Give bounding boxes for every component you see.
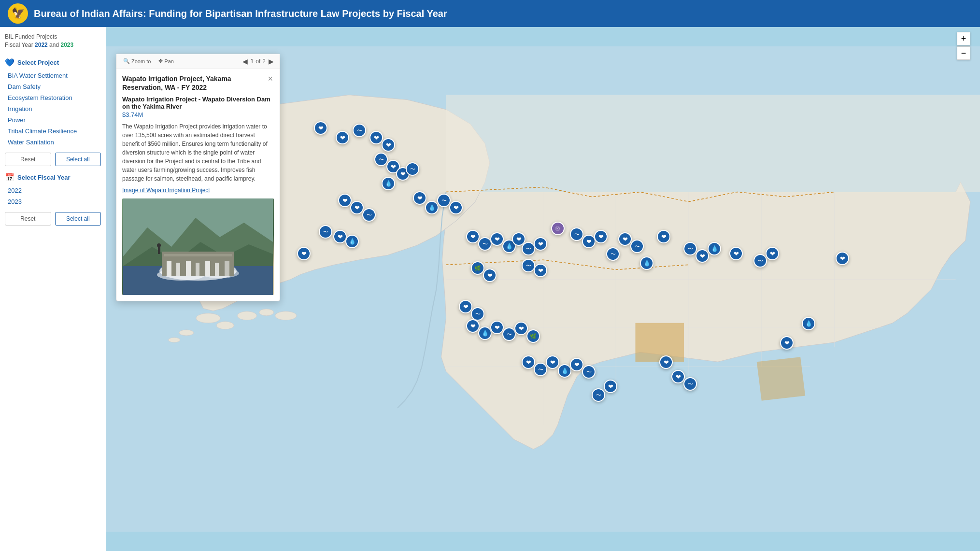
map-pin-13[interactable]: 〜 <box>362 208 376 222</box>
map-pin-1[interactable]: ❤ <box>314 121 327 135</box>
map-pin-65[interactable]: ❤ <box>766 247 779 260</box>
zoom-out-button[interactable]: − <box>957 46 970 60</box>
map-pin-6[interactable]: 〜 <box>374 153 388 166</box>
map-pin-64[interactable]: 〜 <box>753 254 767 268</box>
zoom-to-button[interactable]: 🔍 Zoom to <box>121 57 153 65</box>
filter-fy2023[interactable]: 2023 <box>5 196 101 207</box>
filter-fy2022[interactable]: 2022 <box>5 185 101 196</box>
map-pin-3[interactable]: 〜 <box>353 124 366 137</box>
map-pin-17[interactable]: ❤ <box>449 201 463 214</box>
reset-project-button[interactable]: Reset <box>5 153 51 166</box>
map-pin-41[interactable]: 〜 <box>471 307 484 321</box>
map-pin-42[interactable]: ❤ <box>466 319 480 333</box>
map-pin-34[interactable]: ❤ <box>618 232 632 246</box>
map-pin-53[interactable]: 〜 <box>582 365 596 379</box>
map-pin-11[interactable]: ❤ <box>338 194 352 207</box>
map-pin-20[interactable]: 💧 <box>345 235 359 248</box>
map-pin-49[interactable]: 〜 <box>534 363 547 376</box>
select-fiscal-year-label: Select Fiscal Year <box>17 174 71 181</box>
map-pin-47[interactable]: 🌿 <box>526 329 540 343</box>
map-pin-16[interactable]: 〜 <box>437 194 451 207</box>
select-all-fy-button[interactable]: Select all <box>55 212 101 226</box>
map-pin-33[interactable]: ❤ <box>534 264 547 277</box>
filter-power[interactable]: Power <box>5 114 101 126</box>
calendar-icon: 📅 <box>5 173 14 182</box>
map-pin-12[interactable]: ❤ <box>350 201 364 214</box>
popup-close-button[interactable]: × <box>267 74 274 83</box>
map-pin-61[interactable]: ❤ <box>696 249 709 263</box>
logo-icon: 🦅 <box>12 7 25 20</box>
filter-irrigation[interactable]: Irrigation <box>5 103 101 114</box>
map-pin-67[interactable]: 〜 <box>606 247 620 261</box>
map-pin-48[interactable]: ❤ <box>522 355 535 369</box>
svg-rect-31 <box>215 263 219 276</box>
map-pin-27[interactable]: 〜 <box>522 242 535 255</box>
map-pin-2[interactable]: ❤ <box>336 131 349 144</box>
map-pin-22[interactable]: ❤ <box>466 230 480 243</box>
map-pin-59[interactable]: ❤ <box>836 252 849 265</box>
map-pin-69[interactable]: 💧 <box>802 317 815 330</box>
map-pin-51[interactable]: 💧 <box>558 364 571 378</box>
map-pin-66[interactable]: ♾ <box>551 222 565 235</box>
map-pin-24[interactable]: ❤ <box>490 232 504 246</box>
map-pin-58[interactable]: 〜 <box>592 388 605 402</box>
reset-fy-button[interactable]: Reset <box>5 212 51 226</box>
map-pin-52[interactable]: ❤ <box>570 358 583 371</box>
map-pin-30[interactable]: ❤ <box>582 235 596 248</box>
map-pin-60[interactable]: 〜 <box>683 242 697 255</box>
map-pin-31[interactable]: ❤ <box>594 230 608 243</box>
map-pin-10[interactable]: 〜 <box>406 162 419 176</box>
map-pin-37[interactable]: 💧 <box>640 256 653 270</box>
map-pin-39[interactable]: ❤ <box>483 268 497 282</box>
map-pin-29[interactable]: 〜 <box>570 227 583 241</box>
select-all-project-button[interactable]: Select all <box>55 153 101 166</box>
popup-next-button[interactable]: ▶ <box>268 57 275 65</box>
map-pin-35[interactable]: 〜 <box>630 240 644 253</box>
map-pin-4[interactable]: ❤ <box>369 131 383 144</box>
filter-bia-water[interactable]: BIA Water Settlement <box>5 70 101 81</box>
zoom-in-button[interactable]: + <box>957 32 970 45</box>
filter-water-sanitation[interactable]: Water Sanitation <box>5 137 101 148</box>
popup-image-link[interactable]: Image of Wapato Irrigation Project <box>122 187 274 194</box>
popup-prev-button[interactable]: ◀ <box>241 57 249 65</box>
map-pin-63[interactable]: ❤ <box>729 247 743 260</box>
map-pin-45[interactable]: 〜 <box>502 327 516 341</box>
map-pin-55[interactable]: ❤ <box>671 370 685 383</box>
map-pin-43[interactable]: 💧 <box>478 326 492 340</box>
popup-nav-total: 2 <box>262 58 266 65</box>
svg-rect-30 <box>205 261 210 276</box>
map-pin-15[interactable]: 💧 <box>425 201 439 214</box>
map-pin-54[interactable]: ❤ <box>659 355 673 369</box>
map-pin-18[interactable]: 〜 <box>319 225 332 239</box>
map-pin-21[interactable]: ❤ <box>297 247 311 260</box>
map-pin-23[interactable]: 〜 <box>478 237 492 251</box>
header-title: Bureau of Indian Affairs: Funding for Bi… <box>34 8 447 19</box>
feature-popup: 🔍 Zoom to ✥ Pan ◀ 1 of 2 ▶ Wapato Irrig <box>116 54 280 301</box>
svg-rect-27 <box>176 263 180 276</box>
svg-rect-29 <box>196 263 199 276</box>
map-pin-32[interactable]: 〜 <box>522 259 535 272</box>
filter-tribal-climate[interactable]: Tribal Climate Resilience <box>5 126 101 137</box>
map-pin-14[interactable]: ❤ <box>413 191 426 205</box>
filter-ecosystem[interactable]: Ecosystem Restoration <box>5 92 101 103</box>
map-pin-19[interactable]: ❤ <box>333 230 347 243</box>
map-pin-57[interactable]: ❤ <box>604 380 617 393</box>
map-pin-50[interactable]: ❤ <box>546 355 559 369</box>
map-pin-36[interactable]: ❤ <box>657 230 670 243</box>
map-pin-68[interactable]: ❤ <box>780 336 794 350</box>
pan-button[interactable]: ✥ Pan <box>156 57 176 65</box>
map-area[interactable]: ❤ ❤ 〜 ❤ ❤ 〜 ❤ ❤ 💧 〜 ❤ <box>106 27 980 551</box>
map-pin-56[interactable]: 〜 <box>683 377 697 391</box>
map-zoom-controls: + − <box>957 32 970 60</box>
map-pin-5[interactable]: ❤ <box>382 138 395 152</box>
fiscal-year-filter-list: 2022 2023 <box>5 185 101 207</box>
map-pin-28[interactable]: ❤ <box>534 237 547 251</box>
map-pin-9[interactable]: 💧 <box>382 177 395 190</box>
map-pin-40[interactable]: ❤ <box>459 300 472 313</box>
map-pin-38[interactable]: 🌿 <box>471 261 484 275</box>
filter-dam-safety[interactable]: Dam Safety <box>5 81 101 92</box>
project-filter-list: BIA Water Settlement Dam Safety Ecosyste… <box>5 70 101 148</box>
map-pin-62[interactable]: 💧 <box>708 242 721 255</box>
map-pin-46[interactable]: ❤ <box>514 322 528 335</box>
map-pin-44[interactable]: ❤ <box>490 321 504 334</box>
